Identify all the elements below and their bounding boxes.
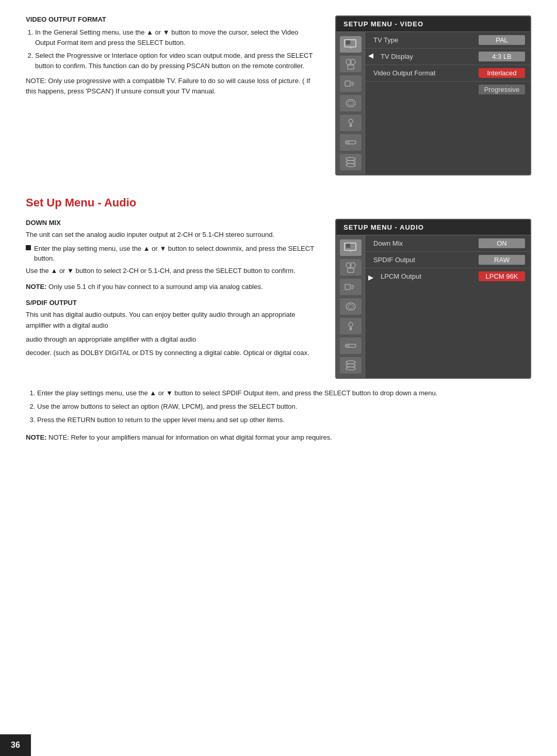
video-menu-rows: ◀ TV Type PAL TV Display 4:3 LB [365, 32, 530, 174]
svg-rect-24 [348, 268, 354, 272]
down-mix-body1: The unit can set the analog audio inpute… [26, 230, 320, 240]
spdif-body3: decoder. (such as DOLBY DIGITAL or DTS b… [26, 348, 320, 359]
svg-rect-1 [346, 40, 350, 44]
menu-icon-stack [340, 154, 362, 170]
spdif-note-label: NOTE: [26, 433, 46, 441]
menu-icon-speaker [340, 56, 362, 72]
spdif-numbered-list: Enter the play settings menu, use the ▲ … [26, 388, 531, 425]
svg-point-10 [346, 100, 355, 107]
spdif-note: NOTE: NOTE: Refer to your amplifiers man… [26, 432, 531, 443]
audio-menu-icon-dolby [340, 298, 362, 315]
svg-rect-6 [345, 81, 350, 86]
svg-point-29 [346, 303, 355, 310]
menu-icon-tv [340, 36, 362, 53]
svg-point-17 [346, 160, 355, 164]
down-mix-bullet: Enter the play setting menu, use the ▲ o… [26, 244, 320, 264]
tv-display-label: TV Display [373, 53, 479, 60]
svg-point-37 [346, 367, 355, 370]
video-format-label: Video Output Format [373, 69, 479, 77]
video-instruction-list: In the General Setting menu, use the ▲ o… [26, 27, 320, 71]
audio-menu-icons [336, 235, 365, 378]
svg-rect-25 [345, 284, 350, 289]
audio-menu-icon-tv [340, 239, 362, 256]
menu-icon-disc [340, 75, 362, 92]
setup-menu-video-title: SETUP MENU - VIDEO [336, 17, 530, 32]
video-format-value-interlaced: Interlaced [479, 68, 525, 78]
audio-instructions-col: DOWN MIX The unit can set the analog aud… [26, 219, 320, 379]
svg-rect-34 [346, 345, 350, 347]
spdif-instruction-2: Use the arrow buttons to select an optio… [37, 401, 531, 412]
downmix-label: Down Mix [373, 239, 479, 247]
svg-rect-20 [346, 244, 350, 248]
spdif-full-instructions: Enter the play settings menu, use the ▲ … [26, 388, 531, 443]
spdif-note-text: NOTE: Refer to your amplifiers manual fo… [48, 433, 332, 441]
svg-point-35 [346, 361, 355, 364]
menu-icon-settings [340, 115, 362, 131]
tv-type-value: PAL [479, 35, 525, 45]
spdif-output-label: SPDIF Output [373, 256, 479, 264]
audio-menu-row-lpcm: LPCM Output LPCM 96K [365, 268, 530, 284]
tv-type-label: TV Type [373, 36, 479, 44]
video-note: NOTE: Only use progressive with a compat… [26, 76, 320, 96]
audio-menu-icon-toggle [340, 337, 362, 354]
audio-menu-icon-settings [340, 318, 362, 334]
svg-point-18 [346, 164, 355, 167]
spdif-instruction-3: Press the RETURN button to return to the… [37, 415, 531, 426]
page-number: 36 [0, 734, 31, 756]
audio-menu-rows: ▶ Down Mix ON SPDIF Output RAW [365, 235, 530, 378]
video-heading: VIDEO OUTPUT FORMAT [26, 15, 320, 23]
down-mix-body2: Use the ▲ or ▼ button to select 2-CH or … [26, 266, 320, 277]
tv-display-value: 4:3 LB [479, 52, 525, 61]
svg-rect-15 [346, 141, 350, 143]
downmix-value: ON [479, 238, 525, 248]
video-menu-icons [336, 32, 365, 174]
lpcm-label: LPCM Output [373, 272, 479, 280]
svg-point-11 [348, 101, 353, 105]
spdif-output-value: RAW [479, 255, 525, 265]
down-mix-note-text: Only use 5.1 ch if you hav connect to a … [48, 283, 263, 291]
svg-point-36 [346, 364, 355, 367]
svg-rect-13 [350, 124, 352, 127]
svg-point-16 [346, 157, 355, 160]
svg-point-12 [349, 119, 353, 123]
video-instruction-2: Select the Progressive or Interlace opti… [35, 51, 320, 71]
menu-icon-dolby [340, 95, 362, 111]
audio-menu-icon-stack [340, 357, 362, 374]
spdif-heading: S/PDIF OUTPUT [26, 299, 320, 307]
spdif-body2: audio through an appropriate amplifier w… [26, 334, 320, 345]
video-format-value-progressive: Progressive [479, 85, 525, 94]
setup-menu-video-box: SETUP MENU - VIDEO [335, 15, 531, 175]
svg-rect-32 [350, 327, 352, 330]
audio-menu-icon-disc [340, 279, 362, 295]
audio-section-title: Set Up Menu - Audio [26, 196, 531, 210]
down-mix-note-label: NOTE: [26, 283, 46, 291]
spdif-instruction-1: Enter the play settings menu, use the ▲ … [37, 388, 531, 399]
lpcm-value: LPCM 96K [479, 271, 525, 281]
setup-menu-audio-box: SETUP MENU - AUDIO [335, 219, 531, 379]
spdif-body1: This unit has digital audio outputs. You… [26, 310, 320, 331]
down-mix-note: NOTE: Only use 5.1 ch if you hav connect… [26, 282, 320, 292]
video-instruction-1: In the General Setting menu, use the ▲ o… [35, 27, 320, 47]
menu-icon-toggle [340, 134, 362, 151]
svg-point-31 [349, 323, 353, 327]
setup-menu-audio-title: SETUP MENU - AUDIO [336, 220, 530, 235]
video-menu-row-tv-type: TV Type PAL [365, 32, 530, 49]
video-menu-row-format: Video Output Format Interlaced [365, 65, 530, 82]
video-menu-row-progressive: Progressive [365, 82, 530, 98]
audio-menu-row-spdif: SPDIF Output RAW [365, 252, 530, 268]
bullet-square-icon [26, 245, 31, 250]
audio-menu-row-downmix: Down Mix ON [365, 235, 530, 252]
svg-rect-5 [348, 65, 354, 69]
svg-point-30 [348, 304, 353, 309]
audio-menu-icon-speaker [340, 259, 362, 276]
video-note-text: NOTE: Only use progressive with a compat… [26, 77, 310, 95]
video-menu-row-tv-display: TV Display 4:3 LB [365, 49, 530, 65]
down-mix-bullet-text: Enter the play setting menu, use the ▲ o… [34, 244, 320, 264]
video-instructions-col: VIDEO OUTPUT FORMAT In the General Setti… [26, 15, 320, 175]
down-mix-heading: DOWN MIX [26, 219, 320, 227]
